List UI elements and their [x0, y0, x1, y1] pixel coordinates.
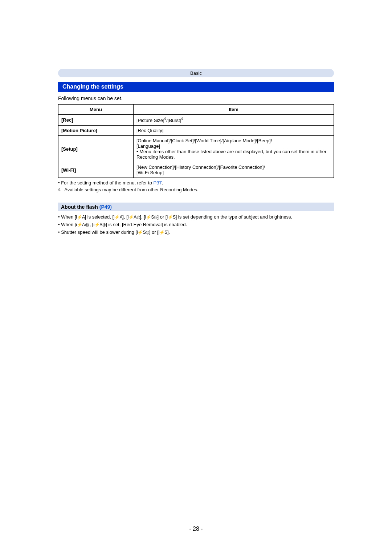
item-cell-wifi: [New Connection]/[History Connection]/[F… — [134, 162, 334, 178]
fb2-b: ], [ — [88, 222, 93, 227]
fb1-a: When [ — [61, 214, 76, 220]
flash-slow-icon: i⚡S — [167, 215, 175, 220]
bullet-dot-icon — [58, 229, 61, 235]
flash-auto-redeye-icon: i⚡A◎ — [128, 215, 140, 220]
table-header-item: Item — [134, 105, 334, 115]
method-note-prefix: For the setting method of the menu, refe… — [61, 180, 153, 186]
fb2-a: When [ — [61, 222, 76, 227]
setup-note-line: • Menu items other than those listed abo… — [136, 149, 331, 160]
fb3-a: Shutter speed will be slower during [ — [61, 229, 137, 235]
fb1-b: ] is selected, [ — [85, 214, 114, 220]
page-link-p37[interactable]: P37 — [154, 180, 162, 186]
fb1-c: ], [ — [122, 214, 127, 220]
page-number: - 28 - — [0, 526, 392, 532]
setup-note-text: Menu items other than those listed above… — [136, 149, 326, 160]
menu-cell-rec: [Rec] — [58, 115, 134, 126]
section-title-bar: Changing the settings — [58, 82, 334, 92]
flash-heading-bar: About the flash (P49) — [58, 203, 334, 211]
wifi-line-1: [New Connection]/[History Connection]/[F… — [136, 164, 331, 170]
footnote-text: Available settings may be different from… — [64, 187, 199, 192]
footnote-line: ¢Available settings may be different fro… — [58, 187, 334, 192]
fb1-e: ] or [ — [157, 214, 167, 220]
wifi-line-2: [Wi-Fi Setup] — [136, 170, 331, 175]
flash-bullet-3: Shutter speed will be slower during [i⚡S… — [58, 229, 334, 235]
flash-bullet-1: When [i⚡A] is selected, [i⚡A], [i⚡A◎], [… — [58, 214, 334, 220]
bullet-dot-icon — [58, 222, 61, 227]
flash-slow-redeye-icon: i⚡S◎ — [137, 230, 149, 235]
flash-auto-redeye-icon: i⚡A◎ — [76, 222, 88, 227]
footnote-star-icon: ¢ — [58, 187, 61, 192]
flash-slow-redeye-icon: i⚡S◎ — [145, 215, 158, 220]
setup-line-1: [Online Manual]/[Clock Set]/[World Time]… — [136, 138, 331, 143]
page-container: Basic Changing the settings Following me… — [0, 0, 392, 554]
page-link-p49[interactable]: (P49) — [99, 204, 112, 210]
method-note: For the setting method of the menu, refe… — [58, 180, 334, 186]
table-row: [Setup] [Online Manual]/[Clock Set]/[Wor… — [58, 136, 334, 162]
item-cell-setup: [Online Manual]/[Clock Set]/[World Time]… — [134, 136, 334, 162]
bullet-dot-icon — [58, 180, 61, 186]
fb2-c: ] is set, [Red-Eye Removal] is enabled. — [106, 222, 187, 227]
table-row: [Wi-Fi] [New Connection]/[History Connec… — [58, 162, 334, 178]
setup-line-2: [Language] — [136, 143, 331, 149]
item-cell-motion: [Rec Quality] — [134, 126, 334, 136]
fb1-f: ] is set depending on the type of subjec… — [176, 214, 293, 220]
menu-cell-wifi: [Wi-Fi] — [58, 162, 134, 178]
menu-cell-motion: [Motion Picture] — [58, 126, 134, 136]
category-banner: Basic — [58, 69, 334, 77]
fb1-d: ], [ — [140, 214, 145, 220]
fb3-c: ]. — [167, 229, 170, 235]
table-header-menu: Menu — [58, 105, 134, 115]
flash-slow-redeye-icon: i⚡S◎ — [93, 222, 106, 227]
method-note-suffix: . — [162, 180, 163, 186]
flash-bullet-2: When [i⚡A◎], [i⚡S◎] is set, [Red-Eye Rem… — [58, 222, 334, 227]
table-row: [Rec] [Picture Size]¢/[Burst]¢ — [58, 115, 334, 126]
section-intro-text: Following menus can be set. — [58, 95, 334, 101]
menu-settings-table: Menu Item [Rec] [Picture Size]¢/[Burst]¢… — [58, 104, 334, 178]
table-row: [Motion Picture] [Rec Quality] — [58, 126, 334, 136]
flash-slow-icon: i⚡S — [159, 230, 167, 235]
rec-item-b: /[Burst] — [166, 118, 181, 123]
fb3-b: ] or [ — [149, 229, 159, 235]
menu-cell-setup: [Setup] — [58, 136, 134, 162]
item-cell-rec: [Picture Size]¢/[Burst]¢ — [134, 115, 334, 126]
rec-item-a: [Picture Size] — [136, 118, 164, 123]
flash-auto-icon: i⚡A — [114, 215, 122, 220]
flash-heading-text: About the flash — [61, 204, 99, 210]
footnote-marker-icon: ¢ — [181, 117, 183, 121]
bullet-dot-icon — [58, 214, 61, 220]
bullet-dot: • — [136, 149, 139, 154]
flash-auto-icon: i⚡A — [76, 215, 85, 220]
